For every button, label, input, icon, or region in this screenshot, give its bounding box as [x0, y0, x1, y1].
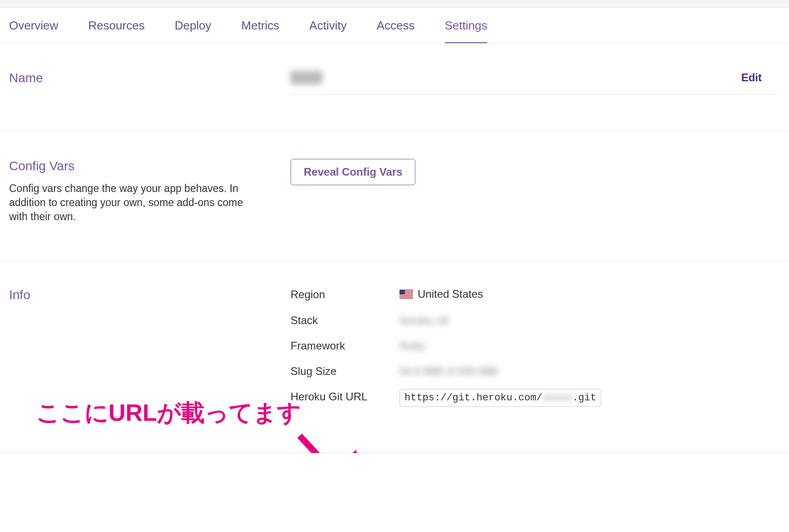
reveal-config-vars-button[interactable]: Reveal Config Vars	[291, 159, 415, 185]
region-text: United States	[418, 288, 483, 300]
tab-settings[interactable]: Settings	[445, 20, 488, 43]
info-row-stack: Stack heroku-18	[291, 314, 780, 327]
info-title: Info	[9, 288, 291, 302]
git-url-label: Heroku Git URL	[291, 390, 399, 403]
framework-label: Framework	[291, 340, 399, 352]
region-label: Region	[291, 288, 399, 301]
stack-label: Stack	[291, 314, 399, 327]
slug-label: Slug Size	[291, 365, 399, 378]
name-title: Name	[9, 71, 291, 85]
section-name: Name Edit	[0, 44, 789, 132]
edit-name-button[interactable]: Edit	[741, 71, 780, 84]
tab-metrics[interactable]: Metrics	[242, 20, 280, 43]
svg-rect-7	[399, 290, 405, 295]
framework-value: Ruby	[399, 340, 425, 352]
app-name-value	[291, 71, 322, 84]
info-row-slug: Slug Size 54.6 MiB of 500 MiB	[291, 365, 780, 378]
top-strip	[0, 0, 789, 8]
tab-overview[interactable]: Overview	[9, 20, 58, 43]
tab-resources[interactable]: Resources	[88, 20, 144, 43]
git-url-value: https://git.heroku.com/xxxxx.git	[399, 390, 601, 404]
svg-rect-6	[399, 297, 413, 298]
info-row-git-url: Heroku Git URL https://git.heroku.com/xx…	[291, 390, 780, 404]
config-vars-desc: Config vars change the way your app beha…	[9, 182, 263, 224]
config-vars-title: Config Vars	[9, 159, 291, 173]
us-flag-icon	[399, 289, 413, 301]
section-info: Info Region United States Stack h	[0, 261, 789, 453]
stack-value: heroku-18	[399, 314, 449, 327]
slug-value: 54.6 MiB of 500 MiB	[399, 365, 498, 378]
git-url-field[interactable]: https://git.heroku.com/xxxxx.git	[399, 389, 601, 407]
git-url-prefix: https://git.heroku.com/	[404, 392, 542, 404]
info-row-framework: Framework Ruby	[291, 340, 780, 352]
region-value: United States	[399, 288, 483, 301]
git-url-suffix: .git	[572, 392, 597, 404]
svg-rect-5	[399, 296, 413, 297]
svg-rect-4	[399, 295, 413, 296]
name-underline	[291, 94, 780, 95]
tab-activity[interactable]: Activity	[309, 20, 346, 43]
tab-access[interactable]: Access	[377, 20, 415, 43]
tab-deploy[interactable]: Deploy	[175, 20, 212, 43]
section-config-vars: Config Vars Config vars change the way y…	[0, 132, 789, 261]
info-row-region: Region United States	[291, 288, 780, 301]
tabs-nav: Overview Resources Deploy Metrics Activi…	[0, 8, 789, 44]
git-url-hidden: xxxxx	[542, 392, 572, 404]
